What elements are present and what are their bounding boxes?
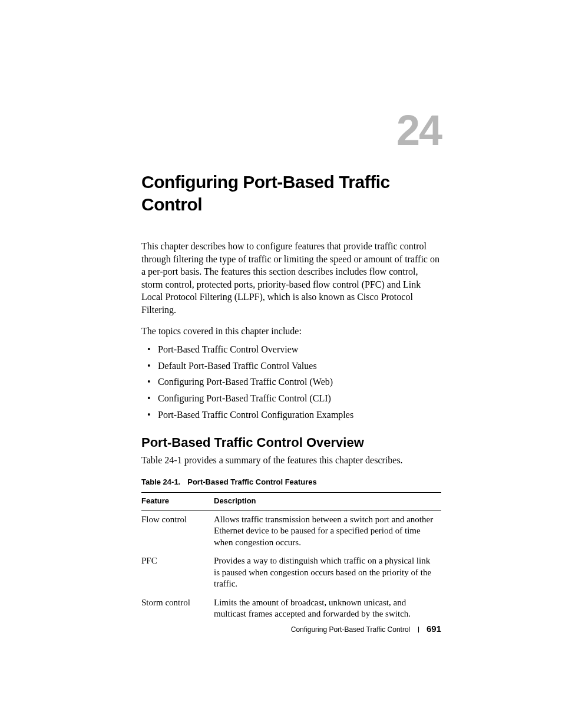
table-cell-feature: Storm control <box>141 594 214 624</box>
table-header-feature: Feature <box>141 492 214 510</box>
table-cell-feature: Flow control <box>141 510 214 552</box>
table-cell-description: Provides a way to distinguish which traf… <box>214 552 441 594</box>
feature-table: Feature Description Flow control Allows … <box>141 492 441 624</box>
list-item: Configuring Port-Based Traffic Control (… <box>158 375 441 388</box>
footer-separator <box>418 627 419 633</box>
section-paragraph: Table 24-1 provides a summary of the fea… <box>141 454 441 467</box>
table-caption-label: Table 24-1. <box>141 477 180 486</box>
table-cell-description: Allows traffic transmission between a sw… <box>214 510 441 552</box>
page-content: 24 Configuring Port-Based Traffic Contro… <box>0 0 562 624</box>
table-caption-title: Port-Based Traffic Control Features <box>187 477 317 486</box>
table-header-row: Feature Description <box>141 492 441 510</box>
table-row: Storm control Limits the amount of broad… <box>141 594 441 624</box>
page-footer: Configuring Port-Based Traffic Control 6… <box>291 624 441 634</box>
list-item: Port-Based Traffic Control Configuration… <box>158 409 441 421</box>
table-header-description: Description <box>214 492 441 510</box>
list-item: Port-Based Traffic Control Overview <box>158 343 441 356</box>
table-cell-feature: PFC <box>141 552 214 594</box>
topics-list: Port-Based Traffic Control Overview Defa… <box>141 343 441 421</box>
table-cell-description: Limits the amount of broadcast, unknown … <box>214 594 441 624</box>
section-heading: Port-Based Traffic Control Overview <box>141 435 441 450</box>
page-number: 691 <box>427 624 441 634</box>
table-row: Flow control Allows traffic transmission… <box>141 510 441 552</box>
table-row: PFC Provides a way to distinguish which … <box>141 552 441 594</box>
list-item: Configuring Port-Based Traffic Control (… <box>158 392 441 405</box>
intro-paragraph: This chapter describes how to configure … <box>141 240 441 317</box>
topics-intro: The topics covered in this chapter inclu… <box>141 325 441 338</box>
list-item: Default Port-Based Traffic Control Value… <box>158 360 441 373</box>
footer-title: Configuring Port-Based Traffic Control <box>291 625 411 634</box>
chapter-title: Configuring Port-Based Traffic Control <box>141 171 441 215</box>
chapter-number: 24 <box>141 106 441 154</box>
table-caption: Table 24-1.Port-Based Traffic Control Fe… <box>141 477 441 486</box>
